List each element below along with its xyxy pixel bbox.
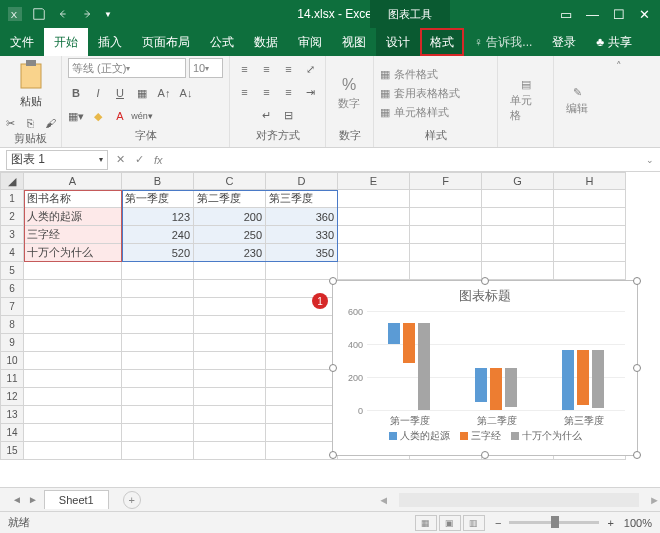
cell[interactable] <box>122 334 194 352</box>
fx-icon[interactable]: fx <box>154 154 163 166</box>
cell[interactable]: 350 <box>266 244 338 262</box>
formula-expand-icon[interactable]: ⌄ <box>646 155 660 165</box>
column-header[interactable]: E <box>338 172 410 190</box>
cell[interactable] <box>266 388 338 406</box>
cell[interactable] <box>194 352 266 370</box>
select-all-corner[interactable]: ◢ <box>0 172 24 190</box>
cell[interactable]: 图书名称 <box>24 190 122 208</box>
cell[interactable] <box>482 190 554 208</box>
cell[interactable] <box>122 442 194 460</box>
row-header[interactable]: 13 <box>0 406 24 424</box>
chart-bar[interactable] <box>577 350 589 405</box>
copy-icon[interactable]: ⎘ <box>23 115 39 131</box>
cell[interactable] <box>266 370 338 388</box>
row-header[interactable]: 3 <box>0 226 24 244</box>
cell[interactable] <box>266 334 338 352</box>
cell[interactable] <box>554 226 626 244</box>
tab-view[interactable]: 视图 <box>332 28 376 56</box>
format-painter-icon[interactable]: 🖌 <box>43 115 59 131</box>
font-size-select[interactable]: 10 ▾ <box>189 58 223 78</box>
cell[interactable] <box>338 244 410 262</box>
legend-item[interactable]: 人类的起源 <box>389 429 450 443</box>
cell[interactable] <box>554 208 626 226</box>
tab-design[interactable]: 设计 <box>376 28 420 56</box>
cell[interactable] <box>122 352 194 370</box>
chart-bar[interactable] <box>592 350 604 408</box>
resize-handle[interactable] <box>633 451 641 459</box>
cell-styles-button[interactable]: ▦单元格样式 <box>380 105 460 120</box>
cell[interactable] <box>194 388 266 406</box>
font-name-select[interactable]: 等线 (正文) ▾ <box>68 58 186 78</box>
ribbon-options-icon[interactable]: ▭ <box>560 7 572 22</box>
cell[interactable]: 三字经 <box>24 226 122 244</box>
cell[interactable] <box>266 316 338 334</box>
zoom-slider[interactable] <box>509 521 599 524</box>
cell[interactable] <box>122 298 194 316</box>
row-header[interactable]: 7 <box>0 298 24 316</box>
cell[interactable] <box>194 316 266 334</box>
ribbon-collapse-icon[interactable]: ˄ <box>616 60 622 73</box>
tab-data[interactable]: 数据 <box>244 28 288 56</box>
row-header[interactable]: 14 <box>0 424 24 442</box>
cell[interactable] <box>24 424 122 442</box>
cell[interactable] <box>194 334 266 352</box>
font-increase-button[interactable]: A↑ <box>156 85 172 101</box>
cell[interactable]: 240 <box>122 226 194 244</box>
sheet-nav-prev-icon[interactable]: ◄ <box>12 494 22 505</box>
chart-bar[interactable] <box>475 368 487 401</box>
tab-insert[interactable]: 插入 <box>88 28 132 56</box>
cell[interactable] <box>482 208 554 226</box>
cell[interactable] <box>266 262 338 280</box>
row-header[interactable]: 12 <box>0 388 24 406</box>
cell[interactable] <box>338 262 410 280</box>
resize-handle[interactable] <box>481 451 489 459</box>
cell[interactable] <box>554 262 626 280</box>
cell[interactable] <box>24 442 122 460</box>
tell-me[interactable]: ♀ 告诉我... <box>464 28 542 56</box>
row-header[interactable]: 10 <box>0 352 24 370</box>
row-header[interactable]: 8 <box>0 316 24 334</box>
column-header[interactable]: H <box>554 172 626 190</box>
chart-bar[interactable] <box>505 368 517 406</box>
resize-handle[interactable] <box>329 277 337 285</box>
row-header[interactable]: 9 <box>0 334 24 352</box>
cell[interactable]: 250 <box>194 226 266 244</box>
undo-icon[interactable] <box>56 7 70 21</box>
view-page-break-icon[interactable]: ▥ <box>463 515 485 531</box>
cell[interactable] <box>122 406 194 424</box>
scroll-left-icon[interactable]: ◄ <box>378 494 389 506</box>
align-bottom-icon[interactable]: ≡ <box>281 61 297 77</box>
zoom-in-button[interactable]: + <box>607 517 613 529</box>
orientation-icon[interactable]: ⤢ <box>303 61 319 77</box>
cell[interactable] <box>410 208 482 226</box>
new-sheet-button[interactable]: + <box>123 491 141 509</box>
cell[interactable]: 人类的起源 <box>24 208 122 226</box>
cell[interactable] <box>194 424 266 442</box>
cell[interactable]: 第三季度 <box>266 190 338 208</box>
tab-page-layout[interactable]: 页面布局 <box>132 28 200 56</box>
row-header[interactable]: 1 <box>0 190 24 208</box>
tab-home[interactable]: 开始 <box>44 28 88 56</box>
row-header[interactable]: 2 <box>0 208 24 226</box>
border-button[interactable]: ▦ <box>134 85 150 101</box>
cell[interactable] <box>122 370 194 388</box>
align-top-icon[interactable]: ≡ <box>237 61 253 77</box>
resize-handle[interactable] <box>481 277 489 285</box>
font-decrease-button[interactable]: A↓ <box>178 85 194 101</box>
cell[interactable] <box>24 334 122 352</box>
cell[interactable] <box>194 406 266 424</box>
cell[interactable] <box>266 352 338 370</box>
enter-formula-icon[interactable]: ✓ <box>135 153 144 166</box>
cell[interactable] <box>24 388 122 406</box>
align-middle-icon[interactable]: ≡ <box>259 61 275 77</box>
sign-in[interactable]: 登录 <box>542 28 586 56</box>
cell[interactable] <box>122 388 194 406</box>
cell[interactable] <box>194 442 266 460</box>
save-icon[interactable] <box>32 7 46 21</box>
underline-button[interactable]: U <box>112 85 128 101</box>
cell[interactable] <box>410 226 482 244</box>
cell[interactable] <box>122 280 194 298</box>
cell[interactable] <box>482 262 554 280</box>
column-header[interactable]: F <box>410 172 482 190</box>
cell[interactable]: 123 <box>122 208 194 226</box>
